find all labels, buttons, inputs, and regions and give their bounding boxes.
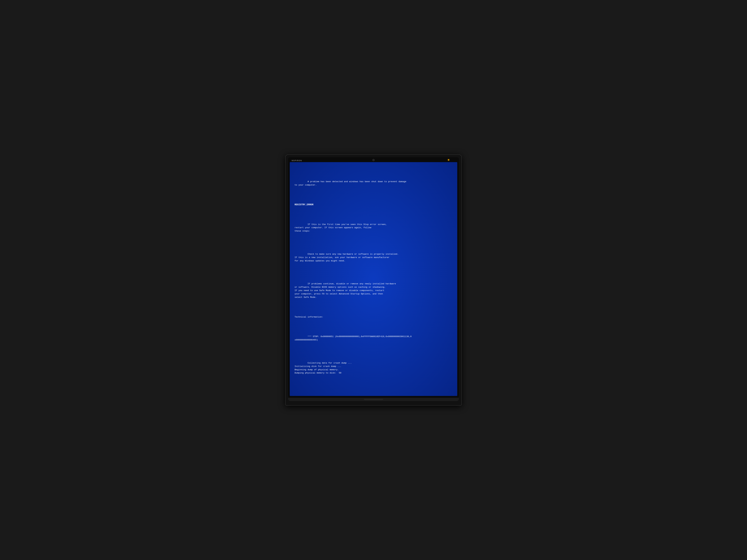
p3-l2: or software. Disable BIOS memory options… [294,286,386,288]
p1-l3: these steps: [294,230,310,232]
bsod-stop-code: *** STOP: 0x00000051 (0x0000000000000001… [294,331,453,345]
dump-l1: Collecting data for crash dump ... [308,362,352,364]
p3-l5: select Safe Mode. [294,296,317,298]
stop-l2: x0000000000000465) [294,339,318,341]
bsod-line1: A problem has been detected and windows … [308,180,406,183]
p1-l1: If this is the first time you've seen th… [308,223,387,225]
bsod-screen: A problem has been detected and windows … [290,162,457,396]
dump-l2: Initializing disk for crash dump ... [294,365,341,368]
laptop-hinge [364,399,383,400]
bsod-error-code: REGISTRY_ERROR [294,203,453,207]
bsod-intro: A problem has been detected and windows … [294,177,453,190]
laptop: NSPIRON A problem has been detected and … [285,155,462,405]
webcam [372,159,375,161]
laptop-bezel: NSPIRON A problem has been detected and … [288,157,459,398]
bsod-tech-header: Technical information: [294,315,453,319]
p3-l1: If problems continue, disable or remove … [308,283,396,285]
indicator-light [448,159,449,161]
laptop-bottom [288,398,459,401]
brand-label: NSPIRON [292,160,302,161]
p2-l3: for any Windows updates you might need. [294,260,345,262]
stop-l1: *** STOP: 0x00000051 (0x0000000000000001… [308,335,412,338]
bsod-content: A problem has been detected and windows … [294,167,453,391]
p2-l1: Check to make sure any new hardware or s… [308,253,398,255]
bsod-paragraph3: If problems continue, disable or remove … [294,279,453,302]
bsod-dump: Collecting data for crash dump ... Initi… [294,358,453,378]
p3-l3: If you need to use Safe Mode to remove o… [294,289,384,292]
dump-l4: Dumping physical memory to disk: 50 [294,372,341,374]
bsod-paragraph1: If this is the first time you've seen th… [294,219,453,236]
p2-l2: If this is a new installation, ask your … [294,256,389,259]
p1-l2: restart your computer. If this screen ap… [294,226,371,229]
dump-l3: Beginning dump of physical memory. [294,369,339,371]
bsod-line2: to your computer. [294,184,317,186]
bsod-paragraph2: Check to make sure any new hardware or s… [294,249,453,266]
p3-l4: your computer, press F8 to select Advanc… [294,293,383,295]
